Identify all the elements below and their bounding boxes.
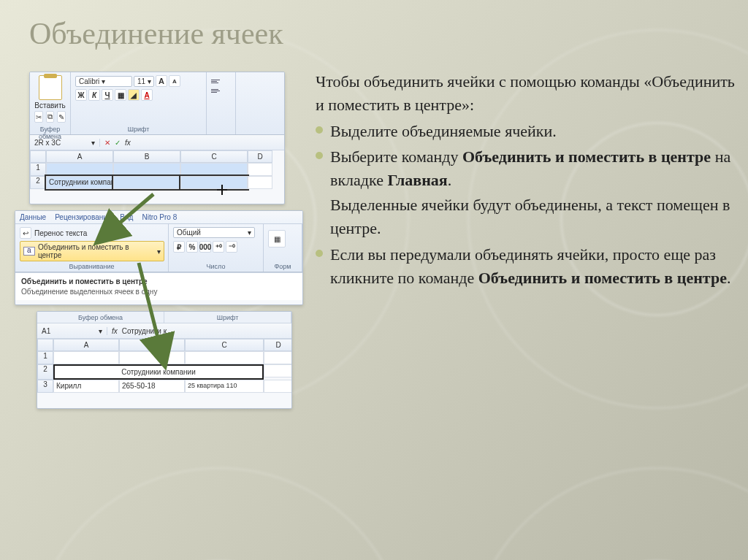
bullet-3-text: Если вы передумали объединять ячейки, пр… bbox=[330, 243, 736, 290]
tab-review[interactable]: Рецензирование bbox=[55, 213, 111, 221]
col-header-b[interactable]: B bbox=[119, 339, 185, 351]
cell-b1[interactable] bbox=[113, 163, 180, 176]
grow-font-button[interactable]: A bbox=[156, 75, 167, 87]
bullet-dot-icon bbox=[316, 126, 323, 134]
name-box-result[interactable]: A1▾ bbox=[37, 327, 107, 335]
excel-ribbon-top: Вставить ✂ ⧉ ✎ Буфер обмена Calibri▾ 11▾… bbox=[29, 72, 285, 204]
fill-color-button[interactable]: ◢ bbox=[128, 89, 140, 101]
format-painter-icon[interactable]: ✎ bbox=[57, 111, 66, 123]
clipboard-group: Вставить ✂ ⧉ ✎ Буфер обмена bbox=[30, 72, 71, 134]
tab-data[interactable]: Данные bbox=[20, 213, 46, 221]
cell-c2[interactable] bbox=[180, 176, 248, 189]
col-header-b[interactable]: B bbox=[113, 150, 180, 163]
comma-button[interactable]: 000 bbox=[199, 241, 211, 253]
bold-button[interactable]: Ж bbox=[75, 89, 87, 101]
paste-icon[interactable] bbox=[39, 75, 62, 100]
merged-cell-a2c2[interactable]: Сотрудники компании bbox=[53, 364, 264, 380]
select-all-corner[interactable] bbox=[30, 150, 46, 163]
number-group: Общий▾ ₽ % 000 ⁺⁰ ⁻⁰ Число bbox=[169, 224, 264, 272]
cancel-icon[interactable]: ✕ bbox=[104, 139, 110, 147]
clipboard-label-bottom: Буфер обмена bbox=[37, 312, 164, 323]
after-text: Выделенные ячейки будут объединены, а те… bbox=[316, 193, 736, 240]
font-group: Calibri▾ 11▾ A A Ж К Ч ▦ ◢ A Шрифт bbox=[71, 72, 207, 134]
row-header-2[interactable]: 2 bbox=[30, 176, 46, 189]
excel-result-grid: Буфер обмена Шрифт A1▾ fx Сотрудники к A… bbox=[37, 311, 292, 409]
font-size-select[interactable]: 11▾ bbox=[134, 76, 154, 87]
cell-d2[interactable] bbox=[248, 176, 272, 189]
cell-d1[interactable] bbox=[264, 351, 292, 364]
col-header-c[interactable]: C bbox=[180, 150, 248, 163]
chevron-down-icon[interactable]: ▾ bbox=[157, 248, 161, 256]
row-header-1[interactable]: 1 bbox=[30, 163, 46, 176]
cell-a1[interactable] bbox=[46, 163, 113, 176]
row-header-3[interactable]: 3 bbox=[37, 380, 53, 393]
slide-title: Объединение ячеек bbox=[29, 16, 283, 51]
number-group-label: Число bbox=[173, 261, 259, 272]
col-header-d[interactable]: D bbox=[264, 339, 292, 351]
tooltip-body: Объединение выделенных ячеек в одну bbox=[21, 288, 297, 296]
cell-b2[interactable] bbox=[113, 176, 180, 189]
formula-bar: 2R x 3C▾ ✕ ✓ fx bbox=[30, 135, 284, 150]
tab-nitro[interactable]: Nitro Pro 8 bbox=[142, 213, 177, 221]
tooltip-title: Объединить и поместить в центре bbox=[21, 277, 297, 285]
cond-format-icon[interactable]: ▦ bbox=[268, 230, 286, 248]
currency-button[interactable]: ₽ bbox=[173, 241, 185, 253]
decrease-decimal-button[interactable]: ⁻⁰ bbox=[226, 241, 237, 253]
cell-d3[interactable] bbox=[264, 380, 292, 393]
font-name-select[interactable]: Calibri▾ bbox=[75, 76, 132, 87]
italic-button[interactable]: К bbox=[88, 89, 100, 101]
formula-value[interactable]: Сотрудники к bbox=[122, 327, 167, 335]
align-middle-icon[interactable] bbox=[211, 89, 221, 96]
ribbon-tabs: Данные Рецензирование Вид Nitro Pro 8 bbox=[15, 211, 302, 224]
styles-group-partial: ▦ Форм bbox=[264, 224, 302, 272]
increase-decimal-button[interactable]: ⁺⁰ bbox=[213, 241, 224, 253]
instructions-column: Чтобы объединить ячейки с помощью команд… bbox=[316, 70, 736, 292]
cell-c1[interactable] bbox=[185, 351, 264, 364]
intro-text: Чтобы объединить ячейки с помощью команд… bbox=[316, 70, 736, 117]
cell-c3[interactable]: 25 квартира 110 bbox=[185, 380, 264, 393]
bullet-1: Выделите объединяемые ячейки. bbox=[316, 120, 736, 143]
cell-a1[interactable] bbox=[53, 351, 119, 364]
align-top-icon[interactable] bbox=[211, 80, 221, 87]
border-button[interactable]: ▦ bbox=[115, 89, 126, 101]
wrap-text-label[interactable]: Перенос текста bbox=[34, 229, 87, 237]
alignment-group: ↩ Перенос текста Объединить и поместить … bbox=[15, 224, 169, 272]
row-header-1[interactable]: 1 bbox=[37, 351, 53, 364]
merge-center-button[interactable]: Объединить и поместить в центре ▾ bbox=[20, 241, 164, 261]
paste-label[interactable]: Вставить bbox=[34, 101, 66, 110]
excel-ribbon-alignment: Данные Рецензирование Вид Nitro Pro 8 ↩ … bbox=[15, 210, 303, 305]
percent-button[interactable]: % bbox=[186, 241, 198, 253]
number-format-select[interactable]: Общий▾ bbox=[173, 227, 255, 238]
bullet-dot-icon bbox=[316, 250, 323, 257]
cell-a3[interactable]: Кирилл bbox=[53, 380, 119, 393]
col-header-c[interactable]: C bbox=[185, 339, 264, 351]
cell-a2[interactable]: Сотрудники компании bbox=[46, 176, 113, 189]
merge-center-label: Объединить и поместить в центре bbox=[38, 243, 154, 259]
merge-icon bbox=[23, 247, 35, 256]
col-header-d[interactable]: D bbox=[248, 150, 272, 163]
shrink-font-button[interactable]: A bbox=[169, 75, 180, 87]
worksheet-grid[interactable]: A B C D 1 2 Сотрудники компании bbox=[30, 150, 284, 189]
worksheet-grid-result[interactable]: A B C D 1 2 Сотрудники компании 3 Кирилл… bbox=[37, 339, 291, 393]
cell-b1[interactable] bbox=[119, 351, 185, 364]
copy-icon[interactable]: ⧉ bbox=[46, 111, 55, 123]
name-box[interactable]: 2R x 3C▾ bbox=[30, 139, 100, 147]
col-header-a[interactable]: A bbox=[53, 339, 119, 351]
fx-icon[interactable]: fx bbox=[125, 139, 131, 147]
align-group-partial bbox=[207, 72, 236, 134]
fx-icon[interactable]: fx bbox=[112, 327, 118, 335]
wrap-text-icon[interactable]: ↩ bbox=[20, 227, 31, 239]
underline-button[interactable]: Ч bbox=[102, 89, 113, 101]
cell-d1[interactable] bbox=[248, 163, 272, 176]
cell-b3[interactable]: 265-50-18 bbox=[119, 380, 185, 393]
cell-d2[interactable] bbox=[264, 364, 292, 377]
tab-view[interactable]: Вид bbox=[120, 213, 133, 221]
font-color-button[interactable]: A bbox=[141, 89, 153, 101]
cut-icon[interactable]: ✂ bbox=[34, 111, 43, 123]
font-group-label: Шрифт bbox=[75, 124, 202, 134]
select-all-corner[interactable] bbox=[37, 339, 53, 351]
row-header-2[interactable]: 2 bbox=[37, 364, 53, 380]
enter-icon[interactable]: ✓ bbox=[115, 139, 121, 147]
cell-c1[interactable] bbox=[180, 163, 248, 176]
col-header-a[interactable]: A bbox=[46, 150, 113, 163]
